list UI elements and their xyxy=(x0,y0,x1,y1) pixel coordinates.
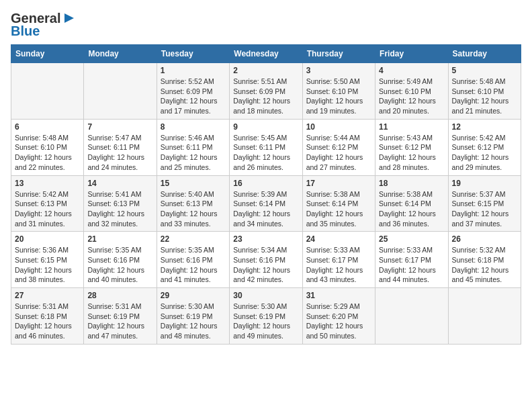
day-info: Sunrise: 5:46 AMSunset: 6:11 PMDaylight:… xyxy=(161,133,226,173)
day-info: Sunrise: 5:51 AMSunset: 6:09 PMDaylight:… xyxy=(233,77,298,116)
calendar-cell: 27Sunrise: 5:31 AMSunset: 6:18 PMDayligh… xyxy=(11,288,84,345)
calendar-cell: 20Sunrise: 5:36 AMSunset: 6:15 PMDayligh… xyxy=(11,232,84,288)
day-info: Sunrise: 5:38 AMSunset: 6:14 PMDaylight:… xyxy=(306,189,371,229)
day-number: 15 xyxy=(161,179,226,188)
calendar-cell: 8Sunrise: 5:46 AMSunset: 6:11 PMDaylight… xyxy=(157,119,229,175)
col-header-wednesday: Wednesday xyxy=(230,45,302,63)
day-info: Sunrise: 5:50 AMSunset: 6:10 PMDaylight:… xyxy=(306,77,371,116)
calendar-cell xyxy=(84,63,157,120)
day-info: Sunrise: 5:52 AMSunset: 6:09 PMDaylight:… xyxy=(161,77,226,116)
calendar-cell: 21Sunrise: 5:35 AMSunset: 6:16 PMDayligh… xyxy=(84,232,157,288)
day-number: 4 xyxy=(379,66,444,75)
calendar-cell: 23Sunrise: 5:34 AMSunset: 6:16 PMDayligh… xyxy=(230,232,302,288)
calendar-cell: 16Sunrise: 5:39 AMSunset: 6:14 PMDayligh… xyxy=(230,175,302,232)
day-info: Sunrise: 5:39 AMSunset: 6:14 PMDaylight:… xyxy=(233,189,298,229)
day-number: 27 xyxy=(15,291,80,300)
day-number: 30 xyxy=(233,291,298,300)
day-number: 19 xyxy=(452,179,517,188)
day-number: 22 xyxy=(161,234,226,244)
calendar-body: 1Sunrise: 5:52 AMSunset: 6:09 PMDaylight… xyxy=(11,63,521,345)
day-number: 28 xyxy=(87,291,152,300)
day-info: Sunrise: 5:35 AMSunset: 6:16 PMDaylight:… xyxy=(161,245,226,285)
calendar-week-3: 13Sunrise: 5:42 AMSunset: 6:13 PMDayligh… xyxy=(11,175,521,232)
calendar-week-4: 20Sunrise: 5:36 AMSunset: 6:15 PMDayligh… xyxy=(11,232,521,288)
calendar-cell: 15Sunrise: 5:40 AMSunset: 6:13 PMDayligh… xyxy=(157,175,229,232)
day-info: Sunrise: 5:30 AMSunset: 6:19 PMDaylight:… xyxy=(233,302,298,341)
calendar-week-2: 6Sunrise: 5:48 AMSunset: 6:10 PMDaylight… xyxy=(11,119,521,175)
day-number: 26 xyxy=(452,234,517,244)
calendar-cell: 10Sunrise: 5:44 AMSunset: 6:12 PMDayligh… xyxy=(302,119,375,175)
calendar-cell: 24Sunrise: 5:33 AMSunset: 6:17 PMDayligh… xyxy=(302,232,375,288)
day-number: 2 xyxy=(233,66,298,75)
calendar-cell: 4Sunrise: 5:49 AMSunset: 6:10 PMDaylight… xyxy=(375,63,448,120)
day-number: 7 xyxy=(87,122,152,132)
calendar-cell: 2Sunrise: 5:51 AMSunset: 6:09 PMDaylight… xyxy=(230,63,302,120)
day-number: 18 xyxy=(379,179,444,188)
day-info: Sunrise: 5:38 AMSunset: 6:14 PMDaylight:… xyxy=(379,189,444,229)
calendar-cell: 28Sunrise: 5:31 AMSunset: 6:19 PMDayligh… xyxy=(84,288,157,345)
day-info: Sunrise: 5:45 AMSunset: 6:11 PMDaylight:… xyxy=(233,133,298,173)
day-number: 6 xyxy=(15,122,80,132)
col-header-sunday: Sunday xyxy=(11,45,84,63)
col-header-thursday: Thursday xyxy=(302,45,375,63)
calendar-cell: 29Sunrise: 5:30 AMSunset: 6:19 PMDayligh… xyxy=(157,288,229,345)
calendar-cell: 3Sunrise: 5:50 AMSunset: 6:10 PMDaylight… xyxy=(302,63,375,120)
calendar-cell: 7Sunrise: 5:47 AMSunset: 6:11 PMDaylight… xyxy=(84,119,157,175)
day-number: 17 xyxy=(306,179,371,188)
day-number: 3 xyxy=(306,66,371,75)
day-info: Sunrise: 5:44 AMSunset: 6:12 PMDaylight:… xyxy=(306,133,371,173)
calendar-cell: 17Sunrise: 5:38 AMSunset: 6:14 PMDayligh… xyxy=(302,175,375,232)
calendar-cell: 25Sunrise: 5:33 AMSunset: 6:17 PMDayligh… xyxy=(375,232,448,288)
day-number: 29 xyxy=(161,291,226,300)
day-number: 14 xyxy=(87,179,152,188)
calendar-week-1: 1Sunrise: 5:52 AMSunset: 6:09 PMDaylight… xyxy=(11,63,521,120)
calendar-cell xyxy=(448,288,521,345)
col-header-friday: Friday xyxy=(375,45,448,63)
calendar-header-row: SundayMondayTuesdayWednesdayThursdayFrid… xyxy=(11,45,521,63)
day-info: Sunrise: 5:49 AMSunset: 6:10 PMDaylight:… xyxy=(379,77,444,116)
calendar-table: SundayMondayTuesdayWednesdayThursdayFrid… xyxy=(11,44,521,345)
day-info: Sunrise: 5:42 AMSunset: 6:12 PMDaylight:… xyxy=(452,133,517,173)
day-info: Sunrise: 5:32 AMSunset: 6:18 PMDaylight:… xyxy=(452,245,517,285)
day-number: 8 xyxy=(161,122,226,132)
logo-arrow-icon xyxy=(62,11,77,26)
calendar-cell: 9Sunrise: 5:45 AMSunset: 6:11 PMDaylight… xyxy=(230,119,302,175)
calendar-cell: 14Sunrise: 5:41 AMSunset: 6:13 PMDayligh… xyxy=(84,175,157,232)
col-header-monday: Monday xyxy=(84,45,157,63)
day-number: 9 xyxy=(233,122,298,132)
day-number: 12 xyxy=(452,122,517,132)
day-info: Sunrise: 5:43 AMSunset: 6:12 PMDaylight:… xyxy=(379,133,444,173)
col-header-tuesday: Tuesday xyxy=(157,45,229,63)
logo: General Blue xyxy=(11,11,77,39)
calendar-cell: 19Sunrise: 5:37 AMSunset: 6:15 PMDayligh… xyxy=(448,175,521,232)
calendar-cell: 6Sunrise: 5:48 AMSunset: 6:10 PMDaylight… xyxy=(11,119,84,175)
calendar-cell xyxy=(375,288,448,345)
day-number: 25 xyxy=(379,234,444,244)
day-number: 24 xyxy=(306,234,371,244)
day-number: 21 xyxy=(87,234,152,244)
day-info: Sunrise: 5:37 AMSunset: 6:15 PMDaylight:… xyxy=(452,189,517,229)
calendar-cell: 22Sunrise: 5:35 AMSunset: 6:16 PMDayligh… xyxy=(157,232,229,288)
day-info: Sunrise: 5:48 AMSunset: 6:10 PMDaylight:… xyxy=(15,133,80,173)
day-info: Sunrise: 5:31 AMSunset: 6:19 PMDaylight:… xyxy=(87,302,152,341)
day-info: Sunrise: 5:30 AMSunset: 6:19 PMDaylight:… xyxy=(161,302,226,341)
svg-marker-0 xyxy=(64,13,74,23)
day-info: Sunrise: 5:29 AMSunset: 6:20 PMDaylight:… xyxy=(306,302,371,341)
day-info: Sunrise: 5:33 AMSunset: 6:17 PMDaylight:… xyxy=(306,245,371,285)
calendar-cell: 30Sunrise: 5:30 AMSunset: 6:19 PMDayligh… xyxy=(230,288,302,345)
day-number: 23 xyxy=(233,234,298,244)
calendar-cell xyxy=(11,63,84,120)
calendar-cell: 26Sunrise: 5:32 AMSunset: 6:18 PMDayligh… xyxy=(448,232,521,288)
calendar-week-5: 27Sunrise: 5:31 AMSunset: 6:18 PMDayligh… xyxy=(11,288,521,345)
day-info: Sunrise: 5:34 AMSunset: 6:16 PMDaylight:… xyxy=(233,245,298,285)
day-info: Sunrise: 5:35 AMSunset: 6:16 PMDaylight:… xyxy=(87,245,152,285)
day-number: 20 xyxy=(15,234,80,244)
logo-blue: Blue xyxy=(11,24,40,39)
page-header: General Blue xyxy=(11,11,521,39)
calendar-cell: 12Sunrise: 5:42 AMSunset: 6:12 PMDayligh… xyxy=(448,119,521,175)
day-number: 10 xyxy=(306,122,371,132)
day-info: Sunrise: 5:47 AMSunset: 6:11 PMDaylight:… xyxy=(87,133,152,173)
calendar-cell: 31Sunrise: 5:29 AMSunset: 6:20 PMDayligh… xyxy=(302,288,375,345)
day-number: 11 xyxy=(379,122,444,132)
calendar-cell: 18Sunrise: 5:38 AMSunset: 6:14 PMDayligh… xyxy=(375,175,448,232)
